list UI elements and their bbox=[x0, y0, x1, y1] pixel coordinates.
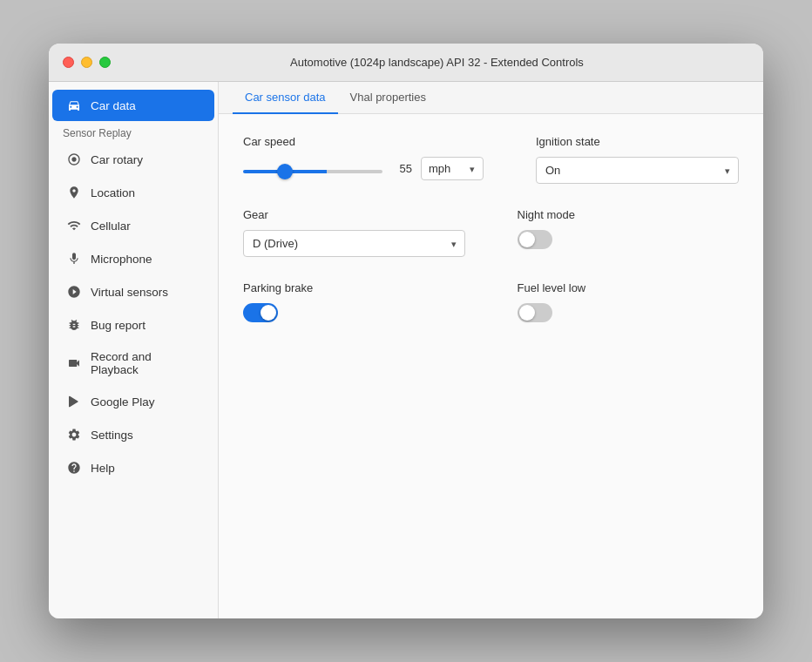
sidebar-item-record-playback[interactable]: Record and Playback bbox=[52, 342, 214, 384]
car-icon bbox=[66, 98, 82, 113]
sidebar-item-settings[interactable]: Settings bbox=[52, 419, 214, 450]
parking-brake-toggle-container bbox=[243, 303, 465, 322]
google-play-icon bbox=[66, 394, 82, 409]
car-speed-value: 55 bbox=[391, 162, 412, 175]
record-playback-icon bbox=[66, 355, 82, 371]
car-speed-slider-container bbox=[243, 161, 382, 177]
night-mode-group: Night mode bbox=[518, 208, 740, 257]
sidebar-label-cellular: Cellular bbox=[91, 220, 131, 233]
cellular-icon bbox=[66, 218, 82, 233]
sidebar-label-car-data: Car data bbox=[91, 99, 136, 112]
bug-report-icon bbox=[66, 317, 82, 333]
sidebar-item-virtual-sensors[interactable]: Virtual sensors bbox=[52, 276, 214, 307]
night-mode-toggle[interactable] bbox=[518, 230, 552, 249]
fuel-level-low-label: Fuel level low bbox=[518, 281, 740, 294]
control-row-2: Gear P (Park) R (Reverse) N (Neutral) D … bbox=[243, 208, 739, 257]
sidebar-label-location: Location bbox=[91, 186, 135, 199]
sidebar-item-car-data[interactable]: Car data bbox=[52, 90, 214, 121]
fuel-level-low-group: Fuel level low bbox=[518, 281, 740, 322]
parking-brake-toggle[interactable] bbox=[243, 303, 278, 322]
window-title: Automotive (1024p landscape) API 32 - Ex… bbox=[125, 56, 749, 69]
sidebar-item-help[interactable]: Help bbox=[52, 452, 214, 483]
minimize-button[interactable] bbox=[81, 57, 92, 68]
night-mode-toggle-container bbox=[518, 230, 740, 249]
sensor-replay-header: Sensor Replay bbox=[49, 122, 218, 143]
tabs-bar: Car sensor data Vhal properties bbox=[219, 82, 763, 114]
car-speed-unit-select-container: mph km/h ▾ bbox=[421, 157, 484, 180]
parking-brake-toggle-thumb bbox=[261, 305, 276, 321]
ignition-state-select-container: Off Accessory On Start ▾ bbox=[536, 157, 739, 184]
night-mode-label: Night mode bbox=[518, 208, 740, 221]
gear-group: Gear P (Park) R (Reverse) N (Neutral) D … bbox=[243, 208, 465, 257]
gear-label: Gear bbox=[243, 208, 465, 221]
sidebar-label-virtual-sensors: Virtual sensors bbox=[91, 286, 168, 299]
sidebar-label-help: Help bbox=[91, 462, 115, 475]
sidebar-item-location[interactable]: Location bbox=[52, 177, 214, 208]
car-speed-slider-row: 55 mph km/h ▾ bbox=[243, 157, 484, 180]
sidebar-label-settings: Settings bbox=[91, 429, 133, 442]
app-window: Automotive (1024p landscape) API 32 - Ex… bbox=[49, 44, 763, 618]
sidebar-label-google-play: Google Play bbox=[91, 395, 155, 409]
gear-select-container: P (Park) R (Reverse) N (Neutral) D (Driv… bbox=[243, 230, 465, 257]
main-content: Car data Sensor Replay Car rotary bbox=[49, 82, 763, 618]
title-bar: Automotive (1024p landscape) API 32 - Ex… bbox=[49, 44, 763, 82]
sidebar-item-bug-report[interactable]: Bug report bbox=[52, 309, 214, 341]
sidebar-label-bug-report: Bug report bbox=[91, 319, 145, 332]
help-icon bbox=[66, 460, 82, 476]
sidebar-label-record-playback: Record and Playback bbox=[91, 350, 200, 376]
virtual-sensors-icon bbox=[66, 284, 82, 300]
location-icon bbox=[66, 185, 82, 200]
sidebar-label-microphone: Microphone bbox=[91, 253, 152, 266]
sidebar-item-car-rotary[interactable]: Car rotary bbox=[52, 144, 214, 175]
fuel-level-low-toggle-container bbox=[518, 303, 740, 322]
night-mode-toggle-thumb bbox=[519, 232, 535, 247]
car-speed-group: Car speed 55 mph km/h bbox=[243, 135, 484, 184]
panel-body: Car speed 55 mph km/h bbox=[219, 114, 763, 618]
sidebar-item-google-play[interactable]: Google Play bbox=[52, 386, 214, 417]
tab-vhal-properties[interactable]: Vhal properties bbox=[338, 82, 438, 114]
control-row-3: Parking brake Fuel level low bbox=[243, 281, 739, 322]
tab-car-sensor-data[interactable]: Car sensor data bbox=[233, 82, 338, 114]
gear-select[interactable]: P (Park) R (Reverse) N (Neutral) D (Driv… bbox=[243, 230, 465, 257]
ignition-state-label: Ignition state bbox=[536, 135, 739, 148]
car-speed-unit-container: mph km/h ▾ bbox=[421, 157, 484, 180]
sidebar-item-cellular[interactable]: Cellular bbox=[52, 210, 214, 241]
fuel-level-low-toggle-thumb bbox=[519, 305, 535, 321]
fuel-level-low-toggle[interactable] bbox=[518, 303, 552, 322]
close-button[interactable] bbox=[63, 57, 74, 68]
parking-brake-group: Parking brake bbox=[243, 281, 465, 322]
rotary-icon bbox=[66, 152, 82, 167]
sidebar-item-microphone[interactable]: Microphone bbox=[52, 243, 214, 274]
ignition-state-select[interactable]: Off Accessory On Start bbox=[536, 157, 739, 184]
car-speed-slider[interactable] bbox=[243, 170, 382, 173]
ignition-state-group: Ignition state Off Accessory On Start ▾ bbox=[536, 135, 739, 184]
sidebar: Car data Sensor Replay Car rotary bbox=[49, 82, 219, 618]
traffic-lights bbox=[63, 57, 111, 68]
parking-brake-label: Parking brake bbox=[243, 281, 465, 294]
maximize-button[interactable] bbox=[99, 57, 111, 68]
car-speed-label: Car speed bbox=[243, 135, 484, 148]
settings-icon bbox=[66, 427, 82, 442]
microphone-icon bbox=[66, 251, 82, 267]
control-row-1: Car speed 55 mph km/h bbox=[243, 135, 739, 184]
main-panel: Car sensor data Vhal properties Car spee… bbox=[219, 82, 763, 618]
car-speed-unit-select[interactable]: mph km/h bbox=[421, 157, 484, 180]
sidebar-label-car-rotary: Car rotary bbox=[91, 153, 143, 166]
